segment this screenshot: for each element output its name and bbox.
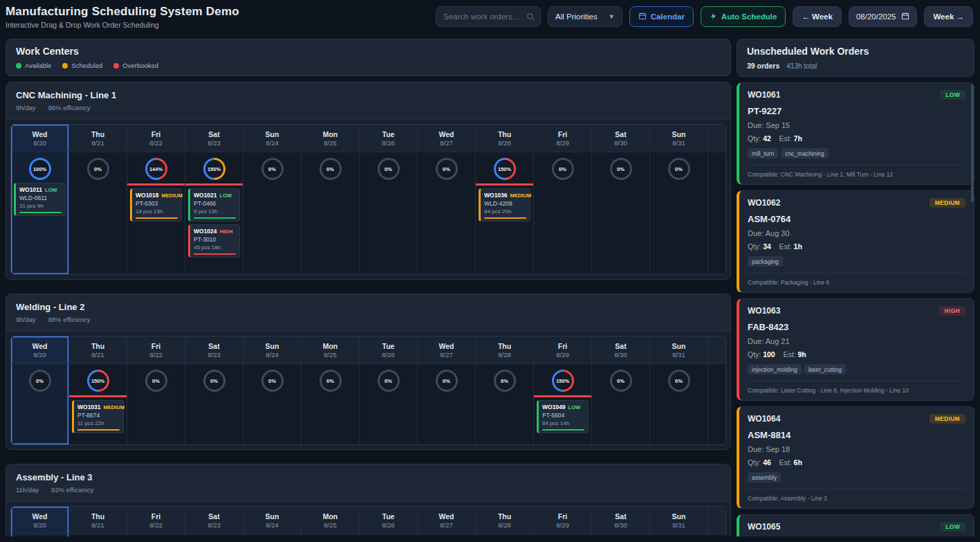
schedule-cell[interactable]: 150%WO1036MEDIUMWLD-420884 pcs 20h [476,152,533,274]
work-center-hours-per-day: 9h/day [16,104,36,111]
schedule-cell[interactable]: 0% [592,364,649,444]
schedule-cell[interactable]: 0% [302,152,359,274]
schedule-cell[interactable]: 0% [418,152,475,274]
utilization-value: 0% [380,160,398,178]
date-picker[interactable]: 08/20/2025 [849,6,918,27]
schedule-cell[interactable]: 0% [708,364,726,444]
schedule-cell[interactable]: 0% [302,534,359,536]
day-header: Fri8/29 [534,125,591,152]
calendar-view-button[interactable]: Calendar [629,6,694,27]
day-date: 8/26 [382,139,395,147]
schedule-cell[interactable]: 0% [592,534,649,536]
schedule-cell[interactable]: 0% [127,534,185,536]
day-column: Mon9/10% [708,125,726,274]
day-date: 8/25 [324,139,337,147]
schedule-cell[interactable]: 0% [360,152,417,274]
schedule-cell[interactable]: 150%WO1031MEDIUMPT-867411 pcs 22h [69,364,127,444]
utilization-ring: 0% [436,370,458,392]
legend-item-scheduled: Scheduled [62,62,102,69]
schedule-cell[interactable]: 144%WO1018MEDIUMPT-030318 pcs 13h [127,152,185,274]
schedule-cell[interactable]: 0% [69,534,127,536]
unscheduled-order-card[interactable]: WO1063HIGHFAB-8423Due: Aug 21Qty: 100 Es… [737,298,974,401]
order-priority-badge: LOW [940,90,965,100]
order-priority-badge: MEDIUM [930,414,965,424]
schedule-cell[interactable]: 100%WO1011LOWWLD-061131 pcs 9h [11,152,68,274]
schedule-cell[interactable]: 0% [592,152,649,274]
day-name: Mon [323,130,338,138]
search-input[interactable] [436,6,541,27]
priority-filter-value: All Priorities [555,12,598,21]
order-priority: LOW [568,404,581,410]
utilization-value: 0% [438,160,456,178]
schedule-cell[interactable]: 0% [534,534,591,536]
schedule-cell[interactable]: 0% [476,534,533,536]
scheduled-order-card[interactable]: WO1021LOWPT-04665 pcs 13h [188,188,240,222]
schedule-cell[interactable]: 0% [11,364,68,444]
order-priority-bar [484,217,526,219]
schedule-cell[interactable]: 0% [127,364,185,444]
day-date: 8/31 [672,139,685,147]
unscheduled-order-card[interactable]: WO1061LOWPT-9227Due: Sep 15Qty: 42 Est: … [737,82,974,185]
scheduled-order-card[interactable]: WO1049LOWPT-560484 pcs 14h [537,400,589,433]
priority-filter-select[interactable]: All Priorities ▼ [548,6,622,27]
day-name: Sat [208,512,219,521]
day-date: 8/28 [498,521,511,529]
unscheduled-panel: Unscheduled Work Orders 39 orders 413h t… [737,39,974,536]
schedule-cell[interactable]: 0% [708,534,726,536]
order-part-number: ASM-0764 [748,214,965,224]
auto-schedule-button[interactable]: Auto Schedule [701,6,786,27]
schedule-cell[interactable]: 0% [360,364,417,444]
schedule-cell[interactable]: 0% [476,364,533,444]
unscheduled-stats: 39 orders 413h total [747,62,964,70]
scheduled-order-card[interactable]: WO1031MEDIUMPT-867411 pcs 22h [72,400,124,433]
scheduled-order-card[interactable]: WO1018MEDIUMPT-030318 pcs 13h [130,188,182,222]
schedule-cell[interactable]: 0% [243,534,301,536]
day-column: Mon8/250% [302,336,360,444]
schedule-cell[interactable]: 0% [534,152,591,274]
scheduled-order-card[interactable]: WO1024HIGHPT-301045 pcs 18h [188,224,240,258]
utilization-ring: 0% [436,158,458,180]
schedule-cell[interactable]: 150%WO1049LOWPT-560484 pcs 14h [534,364,591,444]
prev-week-button[interactable]: ← Week [793,6,842,27]
schedule-cell[interactable]: 0% [243,152,301,274]
qty-value: 42 [763,134,771,143]
unscheduled-order-card[interactable]: WO1065LOWWLD-7254 [737,514,974,536]
order-tags: packaging [748,256,965,267]
day-name: Sat [615,342,626,350]
schedule-cell[interactable]: 0% [650,364,708,444]
order-part-number: PT-3010 [194,236,236,243]
day-column: Tue8/260% [360,125,418,274]
day-column: Wed8/270% [418,125,476,274]
day-header: Fri8/22 [127,336,185,364]
schedule-cell[interactable]: 0% [360,534,417,536]
scheduled-order-card[interactable]: WO1011LOWWLD-061131 pcs 9h [14,183,66,216]
calendar-view-label: Calendar [651,12,685,21]
scrollbar-thumb[interactable] [971,84,974,202]
order-priority-badge: MEDIUM [930,198,965,208]
schedule-cell[interactable]: 0% [650,534,708,536]
schedule-cell[interactable]: 0% [11,534,68,536]
day-name: Fri [151,342,160,350]
schedule-cell[interactable]: 0% [243,364,301,444]
order-priority-bar [542,429,584,431]
est-value: 7h [794,134,802,143]
schedule-cell[interactable]: 0% [650,152,708,274]
schedule-cell[interactable]: 0% [418,364,475,444]
unscheduled-order-card[interactable]: WO1064MEDIUMASM-8814Due: Sep 18Qty: 46 E… [737,406,974,509]
unscheduled-order-card[interactable]: WO1062MEDIUMASM-0764Due: Aug 30Qty: 34 E… [737,190,974,293]
schedule-cell[interactable]: 0% [708,152,726,274]
day-column: Mon8/250% [302,507,360,536]
schedule-cell[interactable]: 0% [418,534,475,536]
schedule-cell[interactable]: 0% [185,534,243,536]
schedule-cell[interactable]: 0% [302,364,359,444]
day-date: 8/26 [382,351,395,359]
day-column: Sun8/240% [243,125,302,274]
schedule-cell[interactable]: 150%WO1021LOWPT-04665 pcs 13hWO1024HIGHP… [185,152,243,274]
schedule-cell[interactable]: 0% [69,152,127,274]
order-part-number: ASM-8814 [748,430,965,440]
order-priority: MEDIUM [510,192,531,199]
next-week-button[interactable]: Week → [924,6,973,27]
scheduled-order-card[interactable]: WO1036MEDIUMWLD-420884 pcs 20h [479,188,530,222]
day-column: Fri8/29150%WO1049LOWPT-560484 pcs 14h [534,336,592,444]
schedule-cell[interactable]: 0% [185,364,243,444]
